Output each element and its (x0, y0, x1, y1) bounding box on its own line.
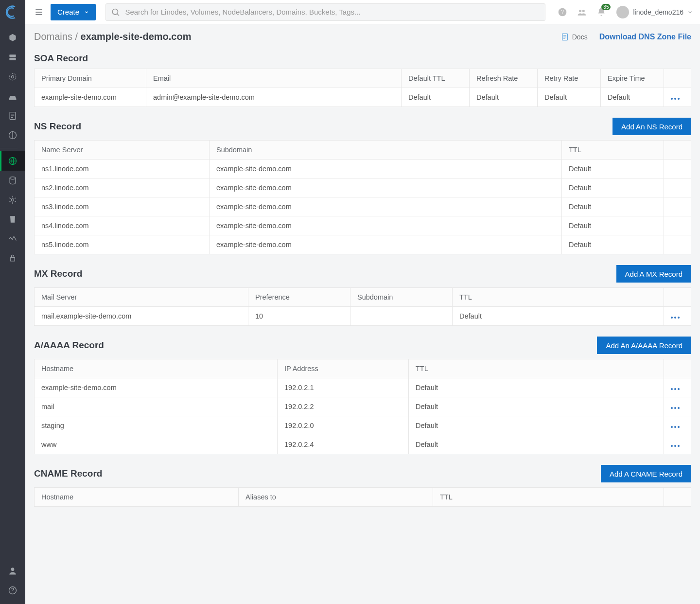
docs-icon (560, 33, 569, 41)
nav-nodebalancers[interactable] (0, 67, 25, 87)
table-row: staging 192.0.2.0 Default (35, 416, 691, 435)
svg-point-2 (12, 76, 14, 78)
nav-help[interactable] (0, 581, 25, 600)
nav-firewalls[interactable] (0, 87, 25, 106)
ns-section-title: NS Record (34, 121, 81, 132)
row-actions-button[interactable] (671, 407, 680, 409)
add-ns-record-button[interactable]: Add An NS Record (612, 118, 691, 135)
row-actions-button[interactable] (671, 388, 680, 390)
search-input[interactable] (124, 7, 540, 17)
menu-toggle-button[interactable] (32, 5, 46, 19)
nav-account[interactable] (0, 561, 25, 581)
nav-object-storage[interactable] (0, 210, 25, 229)
svg-rect-0 (9, 54, 16, 57)
community-button[interactable] (575, 5, 589, 19)
svg-point-8 (12, 199, 14, 201)
breadcrumb-current: example-site-demo.com (81, 31, 192, 42)
cname-table: Hostname Aliases to TTL (34, 487, 691, 507)
mx-section-title: MX Record (34, 268, 82, 279)
soa-table: Primary Domain Email Default TTL Refresh… (34, 69, 691, 107)
table-row: ns4.linode.com example-site-demo.com Def… (35, 216, 691, 235)
table-row: mail 192.0.2.2 Default (35, 397, 691, 416)
row-actions-button[interactable] (671, 317, 680, 319)
nav-domains[interactable] (0, 151, 25, 171)
search-bar[interactable] (105, 3, 545, 21)
svg-point-10 (11, 568, 15, 571)
row-actions-button[interactable] (671, 445, 680, 447)
table-row: example-site-demo.com admin@example-site… (35, 88, 691, 107)
breadcrumb: Domains / example-site-demo.com (34, 31, 191, 42)
create-button[interactable]: Create (51, 4, 96, 20)
cname-section-title: CNAME Record (34, 468, 102, 479)
svg-rect-9 (11, 257, 15, 261)
sidebar (0, 0, 25, 604)
table-row: ns1.linode.com example-site-demo.com Def… (35, 160, 691, 178)
nav-longview[interactable] (0, 229, 25, 249)
row-actions-button[interactable] (671, 98, 680, 100)
download-zone-link[interactable]: Download DNS Zone File (599, 33, 691, 41)
svg-point-15 (579, 10, 582, 12)
table-row: ns2.linode.com example-site-demo.com Def… (35, 178, 691, 197)
nav-images[interactable] (0, 125, 25, 145)
svg-point-16 (582, 10, 585, 12)
content: Domains / example-site-demo.com Docs Dow… (25, 24, 700, 604)
a-section-title: A/AAAA Record (34, 340, 104, 351)
user-menu[interactable]: linode_demo216 (616, 6, 693, 18)
table-row: mail.example-site-demo.com 10 Default (35, 307, 691, 326)
svg-point-7 (10, 177, 16, 179)
nav-databases[interactable] (0, 171, 25, 190)
chevron-down-icon (84, 10, 89, 15)
a-table: Hostname IP Address TTL example-site-dem… (34, 359, 691, 454)
docs-link[interactable]: Docs (560, 33, 588, 41)
table-row: example-site-demo.com 192.0.2.1 Default (35, 378, 691, 397)
nav-volumes[interactable] (0, 48, 25, 67)
nav-linodes[interactable] (0, 28, 25, 48)
username: linode_demo216 (633, 8, 683, 16)
table-row: www 192.0.2.4 Default (35, 435, 691, 454)
svg-point-3 (9, 73, 16, 80)
svg-text:?: ? (561, 9, 564, 15)
topbar: Create ? 35 linode_demo216 (25, 0, 700, 24)
avatar (616, 6, 629, 18)
table-row: ns5.linode.com example-site-demo.com Def… (35, 235, 691, 254)
add-a-record-button[interactable]: Add An A/AAAA Record (597, 337, 691, 354)
search-icon (111, 7, 120, 17)
breadcrumb-root[interactable]: Domains (34, 31, 72, 42)
svg-point-12 (112, 9, 118, 14)
row-actions-button[interactable] (671, 426, 680, 428)
chevron-down-icon (687, 9, 693, 15)
mx-table: Mail Server Preference Subdomain TTL mai… (34, 287, 691, 326)
add-mx-record-button[interactable]: Add A MX Record (616, 265, 691, 283)
svg-rect-1 (9, 58, 16, 60)
nav-kubernetes[interactable] (0, 190, 25, 210)
ns-table: Name Server Subdomain TTL ns1.linode.com… (34, 140, 691, 254)
add-cname-record-button[interactable]: Add A CNAME Record (601, 465, 691, 482)
notifications-button[interactable]: 35 (594, 5, 609, 19)
soa-section-title: SOA Record (34, 53, 88, 64)
nav-stackscripts[interactable] (0, 106, 25, 125)
help-button[interactable]: ? (555, 5, 570, 19)
create-button-label: Create (57, 8, 79, 16)
nav-marketplace[interactable] (0, 249, 25, 268)
akamai-logo (5, 5, 20, 19)
notification-badge: 35 (601, 4, 611, 10)
table-row: ns3.linode.com example-site-demo.com Def… (35, 197, 691, 216)
